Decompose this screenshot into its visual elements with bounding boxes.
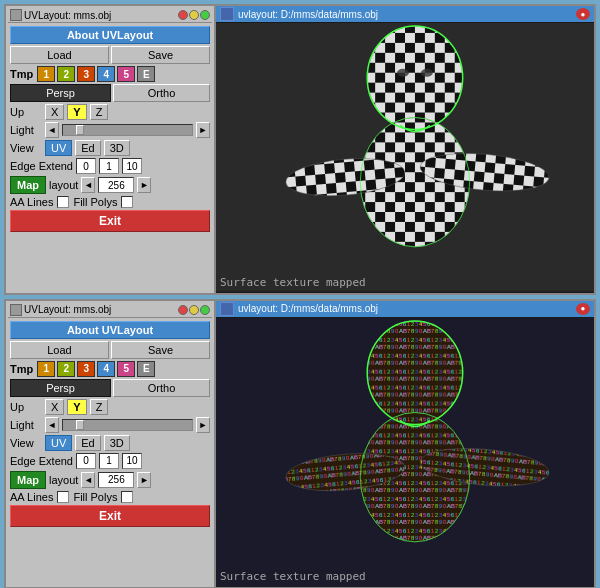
top-tmp-3[interactable]: 3 [77,66,95,82]
bottom-aa-checkbox[interactable] [57,491,69,503]
top-light-row: Light ◄ ► [10,122,210,138]
top-load-button[interactable]: Load [10,46,109,64]
bottom-exit-button[interactable]: Exit [10,505,210,527]
top-load-save-row: Load Save [10,46,210,64]
top-light-right-arrow[interactable]: ► [196,122,210,138]
top-tmp-1[interactable]: 1 [37,66,55,82]
top-edge-label: Edge Extend [10,160,73,172]
top-edge-1[interactable]: 1 [99,158,119,174]
top-viewport-icon [220,7,234,21]
bottom-about-button[interactable]: About UVLayout [10,321,210,339]
bottom-load-button[interactable]: Load [10,341,109,359]
bottom-model-view: 1 2 3 4 5 6 7 8 9 0 A B [216,317,594,588]
top-tmp-4[interactable]: 4 [97,66,115,82]
bottom-tmp-2[interactable]: 2 [57,361,75,377]
top-x-button[interactable]: X [45,104,64,120]
bottom-uv-button[interactable]: UV [45,435,72,451]
top-y-button[interactable]: Y [67,104,86,120]
bottom-controls: About UVLayout Load Save Tmp 1 2 3 4 5 E… [8,319,212,529]
top-fill-checkbox[interactable] [121,196,133,208]
top-tmp-2[interactable]: 2 [57,66,75,82]
bottom-edge-10[interactable]: 10 [122,453,142,469]
bottom-save-button[interactable]: Save [111,341,210,359]
bottom-tmp-5[interactable]: 5 [117,361,135,377]
bottom-tmp-label: Tmp [10,363,33,375]
bottom-light-right-arrow[interactable]: ► [196,417,210,433]
bottom-persp-button[interactable]: Persp [10,379,111,397]
top-layout-label: layout [49,179,78,191]
top-model-view [216,22,594,293]
top-edge-0[interactable]: 0 [76,158,96,174]
top-titlebar: UVLayout: mms.obj [8,8,212,23]
top-max-btn[interactable] [200,10,210,20]
top-view-row: View UV Ed 3D [10,140,210,156]
bottom-tmp-3[interactable]: 3 [77,361,95,377]
top-title-text: UVLayout: mms.obj [24,10,176,21]
top-uv-button[interactable]: UV [45,140,72,156]
top-edge-10[interactable]: 10 [122,158,142,174]
bottom-status-text: Surface texture mapped [220,570,366,583]
bottom-max-btn[interactable] [200,305,210,315]
bottom-close-btn[interactable] [178,305,188,315]
bottom-up-row: Up X Y Z [10,399,210,415]
bottom-edge-label: Edge Extend [10,455,73,467]
top-controls: About UVLayout Load Save Tmp 1 2 3 4 5 E [8,24,212,234]
top-min-btn[interactable] [189,10,199,20]
top-light-thumb [76,125,84,135]
bottom-title-text: UVLayout: mms.obj [24,304,176,315]
bottom-map-button[interactable]: Map [10,471,46,489]
bottom-tmp-e[interactable]: E [137,361,155,377]
top-tmp-5[interactable]: 5 [117,66,135,82]
bottom-viewport-close[interactable]: ● [576,303,590,315]
bottom-persp-ortho-row: Persp Ortho [10,379,210,397]
top-z-button[interactable]: Z [90,104,109,120]
top-viewport-close[interactable]: ● [576,8,590,20]
top-3d-button[interactable]: 3D [104,140,130,156]
bottom-ed-button[interactable]: Ed [75,435,100,451]
top-tmp-e[interactable]: E [137,66,155,82]
top-map-button[interactable]: Map [10,176,46,194]
top-ortho-button[interactable]: Ortho [113,84,210,102]
bottom-left-panel: UVLayout: mms.obj About UVLayout Load Sa… [6,301,216,588]
bottom-z-button[interactable]: Z [90,399,109,415]
top-viewport: uvlayout: D:/mms/data/mms.obj ● [216,6,594,293]
bottom-viewport-icon [220,302,234,316]
bottom-view-label: View [10,437,42,449]
top-close-btn[interactable] [178,10,188,20]
bottom-min-btn[interactable] [189,305,199,315]
bottom-light-row: Light ◄ ► [10,417,210,433]
bottom-3d-button[interactable]: 3D [104,435,130,451]
bottom-x-button[interactable]: X [45,399,64,415]
top-map-value[interactable]: 256 [98,177,134,193]
bottom-tmp-4[interactable]: 4 [97,361,115,377]
top-light-slider[interactable] [62,124,193,136]
top-persp-button[interactable]: Persp [10,84,111,102]
top-aa-checkbox[interactable] [57,196,69,208]
top-aa-label: AA Lines [10,196,53,208]
bottom-map-value[interactable]: 256 [98,472,134,488]
bottom-light-slider[interactable] [62,419,193,431]
bottom-viewport-title-text: uvlayout: D:/mms/data/mms.obj [238,303,576,314]
bottom-edge-0[interactable]: 0 [76,453,96,469]
top-ed-button[interactable]: Ed [75,140,100,156]
top-save-button[interactable]: Save [111,46,210,64]
top-map-left-arrow[interactable]: ◄ [81,177,95,193]
bottom-load-save-row: Load Save [10,341,210,359]
bottom-app-icon [10,304,22,316]
bottom-light-left-arrow[interactable]: ◄ [45,417,59,433]
bottom-ortho-button[interactable]: Ortho [113,379,210,397]
top-about-button[interactable]: About UVLayout [10,26,210,44]
bottom-titlebar: UVLayout: mms.obj [8,303,212,318]
bottom-tmp-1[interactable]: 1 [37,361,55,377]
top-edge-row: Edge Extend 0 1 10 [10,158,210,174]
top-map-right-arrow[interactable]: ► [137,177,151,193]
bottom-fill-label: Fill Polys [73,491,117,503]
top-light-left-arrow[interactable]: ◄ [45,122,59,138]
bottom-map-right-arrow[interactable]: ► [137,472,151,488]
bottom-fill-checkbox[interactable] [121,491,133,503]
bottom-edge-1[interactable]: 1 [99,453,119,469]
top-exit-button[interactable]: Exit [10,210,210,232]
bottom-y-button[interactable]: Y [67,399,86,415]
top-viewport-content: Surface texture mapped [216,22,594,293]
bottom-map-left-arrow[interactable]: ◄ [81,472,95,488]
